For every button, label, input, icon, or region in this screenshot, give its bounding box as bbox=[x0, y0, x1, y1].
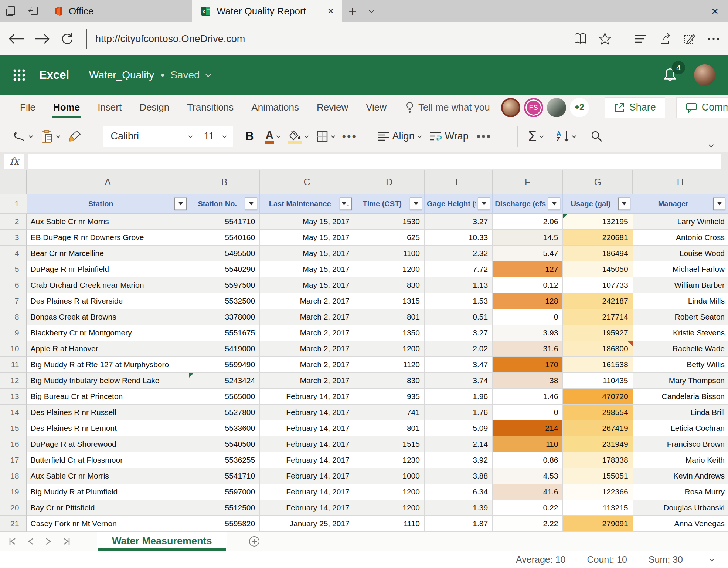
add-sheet-button[interactable] bbox=[248, 532, 261, 551]
select-all-corner[interactable] bbox=[0, 170, 27, 194]
font-name-chevron-icon[interactable] bbox=[188, 133, 192, 138]
undo-chevron-icon[interactable] bbox=[29, 133, 33, 138]
filter-button[interactable] bbox=[174, 198, 187, 210]
cell-usage[interactable]: 161538 bbox=[563, 357, 633, 373]
cell-last-maintenance[interactable]: February 14, 2017 bbox=[260, 405, 354, 420]
set-aside-tabs-icon[interactable] bbox=[22, 0, 44, 22]
filter-button[interactable] bbox=[478, 198, 490, 210]
cell-time[interactable]: 1100 bbox=[354, 246, 425, 261]
cell-time[interactable]: 830 bbox=[354, 277, 425, 293]
row-number[interactable]: 4 bbox=[0, 246, 27, 261]
autosum-chevron-icon[interactable] bbox=[540, 133, 544, 138]
comments-button[interactable]: Comments bbox=[676, 97, 728, 118]
cell-last-maintenance[interactable]: May 15, 2017 bbox=[260, 214, 354, 230]
cell-discharge[interactable]: 38 bbox=[493, 373, 563, 389]
table-header-cell[interactable]: Usage (gal) bbox=[563, 194, 633, 214]
cell-gage-height[interactable]: 10.33 bbox=[425, 230, 493, 246]
cell-discharge[interactable]: 2.22 bbox=[493, 516, 563, 532]
cell-gage-height[interactable]: 1.76 bbox=[425, 405, 493, 420]
cell-usage[interactable]: 220681 bbox=[563, 230, 633, 246]
cell-station[interactable]: Big Bureau Cr at Princeton bbox=[27, 389, 189, 405]
cell-usage[interactable]: 231949 bbox=[563, 436, 633, 452]
forward-button[interactable] bbox=[34, 33, 50, 45]
row-number[interactable]: 12 bbox=[0, 373, 27, 389]
cell-station[interactable]: Big Muddy R at Rte 127 at Murphysboro bbox=[27, 357, 189, 373]
cell-station[interactable]: Blackberry Cr nr Montgomery bbox=[27, 325, 189, 341]
cell-last-maintenance[interactable]: May 15, 2017 bbox=[260, 277, 354, 293]
web-note-icon[interactable] bbox=[683, 32, 696, 45]
cell-station[interactable]: EB DuPage R nr Downers Grove bbox=[27, 230, 189, 246]
cell-last-maintenance[interactable]: March 2, 2017 bbox=[260, 293, 354, 309]
cell-manager[interactable]: Rachelle Wade bbox=[633, 341, 728, 357]
row-number[interactable]: 2 bbox=[0, 214, 27, 230]
refresh-button[interactable] bbox=[60, 31, 75, 46]
cell-discharge[interactable]: 128 bbox=[493, 293, 563, 309]
cell-manager[interactable]: Louise Wood bbox=[633, 246, 728, 261]
bold-button[interactable]: B bbox=[245, 129, 254, 143]
column-header-G[interactable]: G bbox=[563, 170, 633, 194]
cell-usage[interactable]: 122366 bbox=[563, 484, 633, 500]
cell-manager[interactable]: Linda Mills bbox=[633, 293, 728, 309]
cell-time[interactable]: 1120 bbox=[354, 357, 425, 373]
ribbon-tab-design[interactable]: Design bbox=[130, 95, 178, 120]
cell-station-no[interactable]: 5533600 bbox=[189, 420, 260, 436]
cell-last-maintenance[interactable]: March 2, 2017 bbox=[260, 341, 354, 357]
filter-sorted-button[interactable]: ↓ bbox=[340, 198, 352, 210]
row-number[interactable]: 11 bbox=[0, 357, 27, 373]
more-font-options-icon[interactable]: ••• bbox=[342, 130, 357, 143]
cell-usage[interactable]: 110435 bbox=[563, 373, 633, 389]
cell-station-no[interactable]: 5540160 bbox=[189, 230, 260, 246]
sort-filter-button[interactable]: AZ bbox=[557, 131, 575, 142]
table-header-cell[interactable]: Last Maintenance↓ bbox=[260, 194, 354, 214]
cell-discharge[interactable]: 31.6 bbox=[493, 341, 563, 357]
filter-button[interactable] bbox=[410, 198, 422, 210]
address-url[interactable]: http://cityofcontoso.OneDrive.com bbox=[95, 33, 245, 45]
cell-manager[interactable]: Betty Willis bbox=[633, 357, 728, 373]
save-status-chevron-icon[interactable] bbox=[205, 72, 211, 77]
document-title[interactable]: Water_Quality bbox=[89, 69, 154, 81]
app-launcher-icon[interactable] bbox=[13, 68, 26, 82]
status-sum[interactable]: Sum: 30 bbox=[649, 554, 683, 565]
filter-button[interactable] bbox=[713, 198, 725, 210]
collaborator-avatar[interactable] bbox=[501, 98, 520, 117]
column-header-E[interactable]: E bbox=[425, 170, 493, 194]
notifications-button[interactable]: 4 bbox=[662, 67, 678, 83]
browser-tab-office[interactable]: Office bbox=[44, 0, 192, 22]
ribbon-tab-review[interactable]: Review bbox=[308, 95, 357, 120]
cell-station-no[interactable]: 5536255 bbox=[189, 452, 260, 468]
cell-usage[interactable]: 178338 bbox=[563, 452, 633, 468]
cell-station[interactable]: Des Plaines R nr Lemont bbox=[27, 420, 189, 436]
cell-station[interactable]: Big Muddy R at Plumfield bbox=[27, 484, 189, 500]
row-number[interactable]: 6 bbox=[0, 277, 27, 293]
first-sheet-icon[interactable] bbox=[8, 537, 16, 545]
collaborator-avatar[interactable] bbox=[547, 98, 566, 117]
sheet-tab-water-measurements[interactable]: Water Measurements bbox=[97, 532, 227, 551]
window-close-icon[interactable]: × bbox=[702, 0, 728, 22]
autosum-button[interactable]: Σ bbox=[528, 129, 542, 144]
cell-gage-height[interactable]: 1.39 bbox=[425, 500, 493, 516]
cell-last-maintenance[interactable]: February 14, 2017 bbox=[260, 452, 354, 468]
new-tab-button[interactable]: + bbox=[342, 0, 363, 22]
cell-gage-height[interactable]: 0.51 bbox=[425, 309, 493, 325]
font-size-select[interactable]: 11 bbox=[204, 131, 214, 142]
filter-button[interactable] bbox=[245, 198, 257, 210]
cell-manager[interactable]: Rosa Murry bbox=[633, 484, 728, 500]
cell-discharge[interactable]: 0 bbox=[493, 309, 563, 325]
cell-last-maintenance[interactable]: February 14, 2017 bbox=[260, 484, 354, 500]
tell-me-button[interactable]: Tell me what you bbox=[405, 101, 490, 114]
row-number[interactable]: 18 bbox=[0, 468, 27, 484]
row-number[interactable]: 17 bbox=[0, 452, 27, 468]
align-chevron-icon[interactable] bbox=[417, 133, 421, 138]
cell-time[interactable]: 1515 bbox=[354, 436, 425, 452]
cell-gage-height[interactable]: 2.14 bbox=[425, 436, 493, 452]
cell-last-maintenance[interactable]: March 2, 2017 bbox=[260, 357, 354, 373]
cell-manager[interactable]: William Barber bbox=[633, 277, 728, 293]
cell-gage-height[interactable]: 7.72 bbox=[425, 261, 493, 277]
cell-manager[interactable]: Anna Venegas bbox=[633, 516, 728, 532]
favorites-star-icon[interactable] bbox=[598, 32, 612, 45]
cell-station[interactable]: Big Muddy tributary below Rend Lake bbox=[27, 373, 189, 389]
cell-usage[interactable]: 279091 bbox=[563, 516, 633, 532]
fx-icon[interactable]: fx bbox=[4, 154, 24, 169]
cell-last-maintenance[interactable]: February 14, 2017 bbox=[260, 420, 354, 436]
font-color-chevron-icon[interactable] bbox=[276, 133, 280, 138]
